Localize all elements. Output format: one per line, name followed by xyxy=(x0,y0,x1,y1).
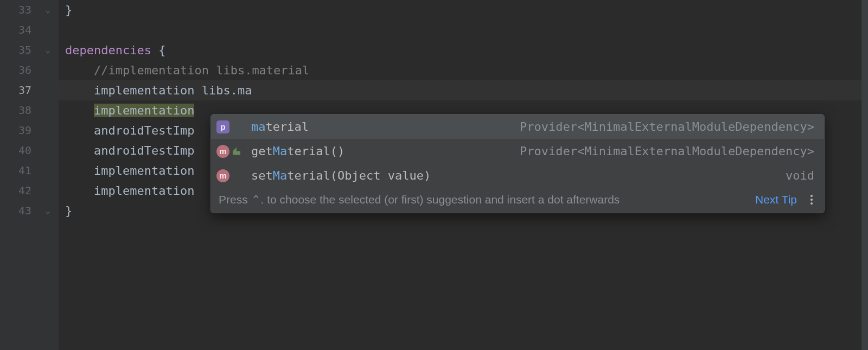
visibility-icon xyxy=(233,148,240,155)
hint-text: Press ⌃. to choose the selected (or firs… xyxy=(219,193,620,206)
line-number: 38 xyxy=(0,100,31,120)
line-number: 41 xyxy=(0,161,31,181)
code-line[interactable]: //implementation libs.material xyxy=(59,60,861,80)
completion-label: getMaterial() xyxy=(251,144,514,158)
completion-item[interactable]: p material Provider<MinimalExternalModul… xyxy=(211,114,824,139)
fold-start-icon[interactable]: ⌄ xyxy=(44,46,52,54)
completion-label: material xyxy=(251,120,514,133)
next-tip-link[interactable]: Next Tip xyxy=(755,193,797,206)
completion-type: Provider<MinimalExternalModuleDependency… xyxy=(520,120,814,133)
line-number: 35 xyxy=(0,40,31,60)
scrollbar-area[interactable] xyxy=(861,0,868,350)
code-line[interactable]: } xyxy=(59,0,861,20)
code-line[interactable]: dependencies { xyxy=(59,40,861,60)
more-icon[interactable] xyxy=(807,195,816,205)
line-number: 39 xyxy=(0,120,31,141)
line-number: 33 xyxy=(0,0,31,20)
line-number-current: 37 xyxy=(0,80,31,100)
completion-type: void xyxy=(786,169,814,182)
method-icon: m xyxy=(216,169,229,182)
line-number: 40 xyxy=(0,141,31,161)
fold-column: ⌄ ⌄ ⌄ xyxy=(37,0,59,350)
completion-type: Provider<MinimalExternalModuleDependency… xyxy=(520,144,814,158)
line-number: 36 xyxy=(0,60,31,80)
code-line-caret[interactable]: implementation libs.ma xyxy=(59,80,861,100)
line-number: 34 xyxy=(0,20,31,40)
completion-item[interactable]: m setMaterial(Object value) void xyxy=(211,163,824,188)
gutter: 33 34 35 36 37 38 39 40 41 42 43 xyxy=(0,0,37,350)
completion-popup: p material Provider<MinimalExternalModul… xyxy=(210,114,825,213)
completion-hint: Press ⌃. to choose the selected (or firs… xyxy=(211,188,824,213)
fold-end-icon[interactable]: ⌄ xyxy=(44,6,52,14)
line-number: 42 xyxy=(0,181,31,201)
code-line[interactable] xyxy=(59,20,861,40)
line-number: 43 xyxy=(0,201,31,221)
fold-end-icon[interactable]: ⌄ xyxy=(44,207,52,214)
completion-item[interactable]: m getMaterial() Provider<MinimalExternal… xyxy=(211,139,824,163)
completion-label: setMaterial(Object value) xyxy=(251,169,780,182)
property-icon: p xyxy=(216,120,229,133)
method-icon: m xyxy=(216,145,229,158)
